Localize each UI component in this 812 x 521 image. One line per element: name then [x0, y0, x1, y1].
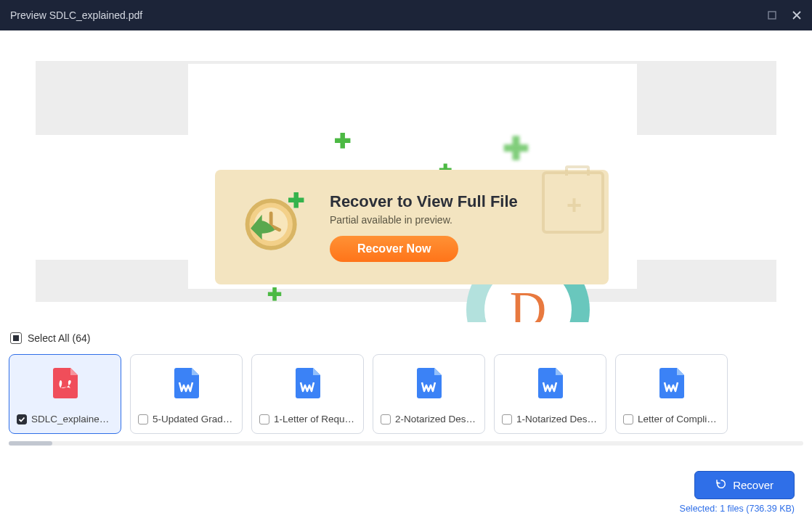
file-thumbnail[interactable]: SDLC_explained.pdf — [9, 354, 121, 434]
maximize-icon[interactable] — [767, 10, 777, 20]
thumbnail-filename: SDLC_explained.pdf — [31, 414, 113, 424]
thumbnail-filename: Letter of Complian... — [638, 414, 720, 424]
thumbnail-filename: 1-Letter of Request... — [274, 414, 356, 424]
scrollbar[interactable] — [9, 441, 803, 446]
plus-icon: ✚ — [334, 129, 351, 153]
select-all-label: Select All (64) — [28, 332, 90, 344]
file-thumbnail[interactable]: 5-Updated Gradin... — [130, 354, 243, 434]
thumbnail-checkbox[interactable] — [502, 414, 512, 424]
thumbnails-scroller[interactable]: SDLC_explained.pdf5-Updated Gradin...1-L… — [9, 350, 803, 446]
thumbnail-checkbox[interactable] — [259, 414, 269, 424]
thumbnail-label-row: Letter of Complian... — [623, 414, 720, 424]
close-icon[interactable] — [792, 10, 802, 20]
plus-icon: ✚ — [503, 130, 529, 167]
window-controls — [767, 10, 802, 20]
plus-icon: ✚ — [267, 284, 282, 305]
selection-status: Selected: 1 files (736.39 KB) — [680, 504, 795, 514]
preview-area: D ✚ ✚ ✚ ✚ ✚ ✚ + ✚ Recover to View Full F… — [9, 32, 803, 322]
thumbnail-label-row: 1-Notarized Desig... — [502, 414, 598, 424]
word-file-icon — [174, 368, 199, 398]
word-file-icon — [659, 368, 684, 398]
thumbnail-label-row: 1-Letter of Request... — [259, 414, 356, 424]
word-file-icon — [296, 368, 320, 398]
thumbnail-checkbox[interactable] — [17, 414, 27, 424]
select-all-row: Select All (64) — [9, 322, 803, 350]
file-thumbnail[interactable]: 1-Letter of Request... — [251, 354, 364, 434]
window-title: Preview SDLC_explained.pdf — [10, 9, 142, 21]
file-thumbnail[interactable]: 2-Notarized Desig... — [373, 354, 485, 434]
select-all-checkbox[interactable] — [10, 332, 22, 344]
recover-button[interactable]: Recover — [694, 471, 795, 499]
thumbnail-label-row: SDLC_explained.pdf — [17, 414, 113, 424]
thumbnail-filename: 2-Notarized Desig... — [395, 414, 477, 424]
thumbnail-label-row: 2-Notarized Desig... — [381, 414, 477, 424]
clock-restore-icon: ✚ — [235, 189, 312, 266]
medkit-icon: + — [542, 171, 604, 234]
word-file-icon — [538, 368, 563, 398]
thumbnail-filename: 5-Updated Gradin... — [153, 414, 235, 424]
pdf-file-icon — [53, 368, 78, 398]
word-file-icon — [417, 368, 442, 398]
recover-now-button[interactable]: Recover Now — [330, 236, 458, 262]
restore-icon — [715, 478, 727, 492]
thumbnail-filename: 1-Notarized Desig... — [516, 414, 598, 424]
thumbnail-checkbox[interactable] — [623, 414, 633, 424]
thumbnail-label-row: 5-Updated Gradin... — [138, 414, 235, 424]
file-thumbnail[interactable]: 1-Notarized Desig... — [494, 354, 606, 434]
thumbnail-checkbox[interactable] — [138, 414, 148, 424]
titlebar: Preview SDLC_explained.pdf — [0, 0, 812, 30]
recover-button-label: Recover — [733, 479, 774, 491]
svg-rect-0 — [768, 12, 776, 19]
recover-panel: + ✚ Recover to View Full File Partial av… — [215, 170, 609, 284]
file-thumbnail[interactable]: Letter of Complian... — [615, 354, 728, 434]
thumbnail-checkbox[interactable] — [381, 414, 391, 424]
